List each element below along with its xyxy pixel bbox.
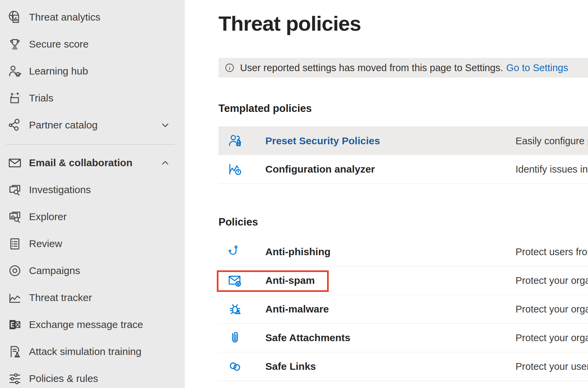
preset-security-policies-icon [227, 133, 243, 149]
sidebar-item-explorer[interactable]: Explorer [0, 203, 185, 230]
sidebar-item-policies-rules[interactable]: Policies & rules [0, 365, 185, 388]
safe-links-icon [227, 359, 243, 374]
sidebar-item-label: Campaigns [29, 265, 80, 276]
sidebar-item-label: Policies & rules [29, 373, 98, 384]
sidebar-item-exchange-message-trace[interactable]: Exchange message trace [0, 311, 185, 338]
main-content: Threat policies User reported settings h… [185, 0, 588, 388]
sidebar-item-label: Threat analytics [29, 11, 100, 23]
partner-catalog-icon [7, 118, 22, 132]
left-navigation: Threat analytics Secure score Learning h… [0, 0, 185, 388]
templated-policies-list: Preset Security Policies Easily configur… [218, 126, 588, 184]
policies-heading: Policies [218, 216, 258, 228]
configuration-analyzer-icon [227, 161, 243, 177]
sidebar-item-label: Email & collaboration [29, 157, 133, 169]
sidebar-item-partner-catalog[interactable]: Partner catalog [0, 112, 185, 139]
row-label[interactable]: Anti-phishing [265, 246, 330, 258]
banner-message: User reported settings has moved from th… [240, 62, 503, 73]
exchange-message-trace-icon [7, 317, 22, 332]
trials-icon [7, 91, 22, 106]
sidebar-item-investigations[interactable]: Investigations [0, 176, 185, 203]
row-anti-spam[interactable]: Anti-spam Protect your organiz [218, 266, 588, 295]
policies-list: Anti-phishing Protect users from p Anti-… [218, 238, 588, 381]
info-banner: User reported settings has moved from th… [218, 58, 588, 78]
anti-malware-icon [227, 301, 243, 317]
templated-policies-heading: Templated policies [218, 102, 312, 115]
sidebar-item-label: Threat tracker [29, 292, 92, 303]
row-description: Identify issues in you [516, 164, 588, 175]
sidebar-item-label: Learning hub [29, 65, 88, 77]
row-description: Protect your users fr [516, 361, 588, 372]
threat-tracker-icon [7, 290, 22, 305]
go-to-settings-link[interactable]: Go to Settings [506, 62, 568, 73]
row-preset-security-policies[interactable]: Preset Security Policies Easily configur… [218, 126, 588, 155]
sidebar-item-learning-hub[interactable]: Learning hub [0, 58, 185, 85]
sidebar-item-label: Explorer [29, 211, 67, 222]
row-label[interactable]: Safe Attachments [265, 332, 350, 344]
row-anti-malware[interactable]: Anti-malware Protect your organiz [218, 295, 588, 324]
learning-hub-icon [7, 64, 22, 79]
campaigns-icon [7, 263, 22, 278]
row-description: Protect your organiz [516, 275, 588, 286]
row-label[interactable]: Anti-malware [265, 303, 329, 315]
row-configuration-analyzer[interactable]: Configuration analyzer Identify issues i… [218, 155, 588, 184]
sidebar-item-trials[interactable]: Trials [0, 85, 185, 112]
row-description: Easily configure prot [516, 135, 588, 146]
row-anti-phishing[interactable]: Anti-phishing Protect users from p [218, 238, 588, 266]
row-description: Protect your organiz [516, 332, 588, 344]
review-icon [7, 236, 22, 251]
investigations-icon [7, 182, 22, 197]
sidebar-item-label: Exchange message trace [29, 319, 143, 330]
sidebar-item-label: Secure score [29, 38, 89, 50]
threat-policies-page: { "sidebar": { "items": [ {"label": "Thr… [0, 0, 588, 388]
anti-spam-icon [227, 273, 243, 288]
sidebar-item-label: Partner catalog [29, 119, 97, 131]
row-description: Protect your organiz [516, 304, 588, 315]
secure-score-icon [7, 37, 22, 52]
threat-analytics-icon [7, 10, 22, 25]
row-description: Protect users from p [516, 246, 588, 258]
sidebar-item-attack-simulation-training[interactable]: Attack simulation training [0, 338, 185, 365]
attack-simulation-training-icon [7, 344, 22, 359]
sidebar-divider [6, 144, 175, 145]
sidebar-item-email-collaboration[interactable]: Email & collaboration [0, 149, 185, 176]
row-label[interactable]: Preset Security Policies [265, 135, 380, 147]
page-title: Threat policies [218, 11, 361, 35]
chevron-up-icon[interactable] [160, 157, 171, 168]
sidebar-item-label: Attack simulation training [29, 346, 142, 357]
sidebar-item-label: Trials [29, 92, 53, 104]
policies-rules-icon [7, 371, 22, 386]
row-safe-links[interactable]: Safe Links Protect your users fr [218, 352, 588, 381]
sidebar-item-threat-tracker[interactable]: Threat tracker [0, 284, 185, 311]
explorer-icon [7, 209, 22, 224]
row-label[interactable]: Safe Links [265, 361, 316, 372]
row-label[interactable]: Configuration analyzer [265, 163, 375, 175]
sidebar-item-review[interactable]: Review [0, 230, 185, 257]
row-safe-attachments[interactable]: Safe Attachments Protect your organiz [218, 324, 588, 352]
sidebar-item-label: Review [29, 238, 62, 249]
sidebar-item-secure-score[interactable]: Secure score [0, 31, 185, 58]
chevron-down-icon[interactable] [160, 120, 171, 130]
email-icon [7, 155, 22, 170]
anti-phishing-icon [227, 244, 243, 260]
safe-attachments-icon [227, 330, 243, 346]
sidebar-item-campaigns[interactable]: Campaigns [0, 257, 185, 284]
sidebar-item-label: Investigations [29, 184, 91, 196]
row-label[interactable]: Anti-spam [265, 275, 315, 286]
sidebar-item-threat-analytics[interactable]: Threat analytics [0, 4, 185, 31]
info-icon [225, 63, 235, 73]
